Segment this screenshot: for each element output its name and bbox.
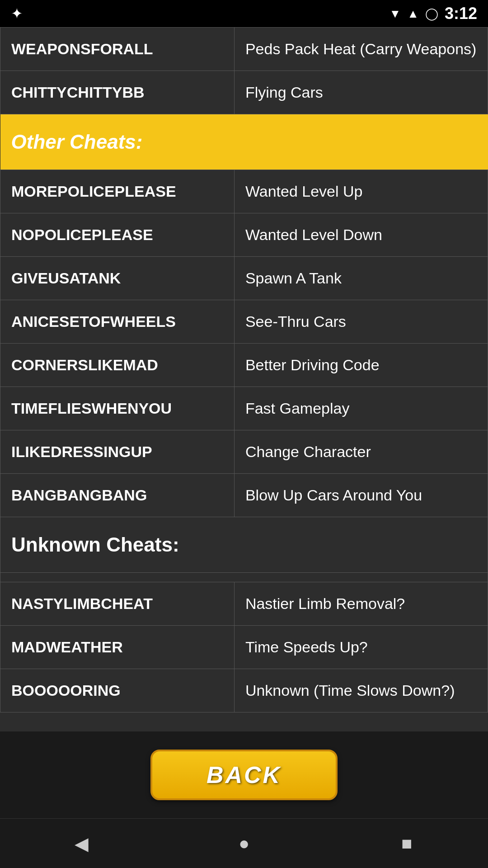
- table-row: CHITTYCHITTYBB Flying Cars: [0, 71, 488, 114]
- table-row: GIVEUSATANK Spawn A Tank: [0, 257, 488, 300]
- spacer-row: [0, 573, 488, 582]
- table-row: ILIKEDRESSINGUP Change Character: [0, 430, 488, 474]
- cheat-code: GIVEUSATANK: [0, 257, 235, 300]
- other-cheats-header-row: Other Cheats:: [0, 114, 488, 170]
- signal-icon: ▲: [407, 7, 419, 21]
- nav-back-button[interactable]: ◀: [63, 826, 99, 862]
- cheat-effect: See-Thru Cars: [234, 300, 488, 344]
- cheat-effect: Unknown (Time Slows Down?): [234, 669, 488, 712]
- app-icon: ✦: [11, 5, 23, 22]
- table-row: BOOOOORING Unknown (Time Slows Down?): [0, 669, 488, 712]
- cheat-code: BANGBANGBANG: [0, 474, 235, 517]
- table-row: MOREPOLICEPLEASE Wanted Level Up: [0, 170, 488, 213]
- table-row: NASTYLIMBCHEAT Nastier Limb Removal?: [0, 582, 488, 626]
- nav-home-button[interactable]: ●: [226, 826, 262, 862]
- cheat-effect: Change Character: [234, 430, 488, 474]
- cheat-code: MOREPOLICEPLEASE: [0, 170, 235, 213]
- cheat-code: CORNERSLIKEMAD: [0, 344, 235, 387]
- back-button[interactable]: BACK: [150, 750, 338, 800]
- battery-icon: ◯: [425, 7, 438, 21]
- bottom-area: BACK: [0, 731, 488, 818]
- cheat-effect: Nastier Limb Removal?: [234, 582, 488, 626]
- cheats-table-container: WEAPONSFORALL Peds Pack Heat (Carry Weap…: [0, 27, 488, 731]
- back-button-label: BACK: [206, 762, 282, 788]
- table-row: NOPOLICEPLEASE Wanted Level Down: [0, 213, 488, 257]
- other-cheats-header-label: Other Cheats:: [0, 114, 488, 170]
- cheat-effect: Time Speeds Up?: [234, 626, 488, 669]
- cheat-effect: Flying Cars: [234, 71, 488, 114]
- table-row: BANGBANGBANG Blow Up Cars Around You: [0, 474, 488, 517]
- table-row: WEAPONSFORALL Peds Pack Heat (Carry Weap…: [0, 28, 488, 71]
- cheat-effect: Wanted Level Down: [234, 213, 488, 257]
- cheat-code: WEAPONSFORALL: [0, 28, 235, 71]
- unknown-cheats-header-label: Unknown Cheats:: [0, 517, 488, 573]
- wifi-icon: ▼: [389, 7, 401, 21]
- nav-bar: ◀ ● ■: [0, 818, 488, 868]
- cheat-effect: Blow Up Cars Around You: [234, 474, 488, 517]
- cheat-code: NOPOLICEPLEASE: [0, 213, 235, 257]
- cheat-effect: Wanted Level Up: [234, 170, 488, 213]
- cheat-code: NASTYLIMBCHEAT: [0, 582, 235, 626]
- cheat-effect: Better Driving Code: [234, 344, 488, 387]
- table-row: CORNERSLIKEMAD Better Driving Code: [0, 344, 488, 387]
- table-row: MADWEATHER Time Speeds Up?: [0, 626, 488, 669]
- status-time: 3:12: [445, 4, 477, 23]
- cheat-code: BOOOOORING: [0, 669, 235, 712]
- cheat-code: ANICESETOFWHEELS: [0, 300, 235, 344]
- cheat-code: MADWEATHER: [0, 626, 235, 669]
- cheat-effect: Fast Gameplay: [234, 387, 488, 430]
- cheat-effect: Spawn A Tank: [234, 257, 488, 300]
- cheat-code: ILIKEDRESSINGUP: [0, 430, 235, 474]
- cheat-code: CHITTYCHITTYBB: [0, 71, 235, 114]
- table-row: TIMEFLIESWHENYOU Fast Gameplay: [0, 387, 488, 430]
- nav-recent-button[interactable]: ■: [389, 826, 425, 862]
- table-row: ANICESETOFWHEELS See-Thru Cars: [0, 300, 488, 344]
- cheat-code: TIMEFLIESWHENYOU: [0, 387, 235, 430]
- cheat-effect: Peds Pack Heat (Carry Weapons): [234, 28, 488, 71]
- unknown-cheats-header-row: Unknown Cheats:: [0, 517, 488, 573]
